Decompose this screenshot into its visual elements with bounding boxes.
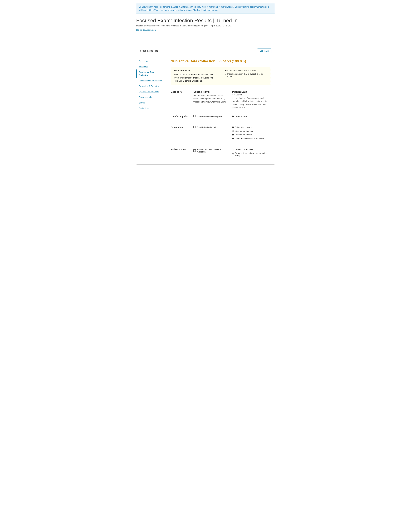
disoriented-place-label: Disoriented to place	[235, 130, 253, 132]
results-header: Your Results Lab Pass	[136, 46, 275, 56]
scored-item-chief: Established chief complaint	[193, 115, 232, 117]
orientation-patient-data: Oriented to person Disoriented to place …	[232, 126, 271, 140]
info-box-right: Indicates an item that you found. Indica…	[225, 69, 268, 83]
results-container: Your Results Lab Pass Overview Transcrip…	[136, 46, 275, 165]
oriented-person-dot	[232, 126, 234, 128]
category-chief-complaint-row: Chief Complaint Established chief compla…	[171, 114, 271, 119]
denies-thirst-label: Denies current thirst	[235, 148, 253, 151]
disoriented-place-dot	[232, 130, 234, 132]
checkbox-orientation	[193, 126, 196, 128]
patient-data-oriented-situation: Oriented somewhat to situation	[232, 137, 271, 140]
disoriented-time-dot	[232, 134, 234, 136]
patient-data-denies-thirst: Denies current thirst	[232, 148, 271, 151]
scored-item-fluid-label: Asked about fluid intake and hydration	[197, 148, 232, 153]
hover-title: Hover To Reveal...	[174, 69, 217, 72]
table-header-row: Category Scored Items Experts selected t…	[171, 89, 271, 110]
reports-pain-dot	[232, 115, 234, 117]
maintenance-banner: Shadow Health will be performing planned…	[136, 3, 275, 14]
category-patient-status: Patient Status Asked about fluid intake …	[171, 144, 271, 161]
found-dot	[225, 70, 226, 71]
patient-status-label: Patient Status	[171, 148, 193, 151]
results-body: Overview Transcript Subjective Data Coll…	[136, 56, 275, 164]
no-eating-label: Reports does not remember eating today	[235, 152, 271, 157]
info-box: Hover To Reveal... Hover over the Patien…	[171, 66, 271, 85]
scored-item-orientation-label: Established orientation	[197, 126, 218, 128]
page-title: Focused Exam: Infection Results | Turned…	[136, 18, 275, 24]
return-to-assignment-link[interactable]: Return to Assignment	[136, 29, 156, 31]
indicator-found-label: Indicates an item that you found.	[227, 69, 258, 72]
oriented-situation-dot	[232, 138, 234, 139]
category-chief-complaint: Chief Complaint Established chief compla…	[171, 111, 271, 122]
col-category-header: Category	[171, 90, 193, 109]
chief-complaint-patient-data: Reports pain	[232, 115, 271, 118]
sidebar-item-overview[interactable]: Overview	[136, 58, 167, 64]
patient-data-oriented-person: Oriented to person	[232, 126, 271, 128]
sidebar-item-qsen[interactable]: QSEN Competencies	[136, 89, 167, 95]
scored-item-fluid: Asked about fluid intake and hydration	[193, 148, 232, 153]
page-subtitle: Medical Surgical Nursing: Promoting Well…	[136, 25, 275, 27]
available-dot	[225, 74, 226, 76]
chief-complaint-label: Chief Complaint	[171, 115, 193, 118]
chief-complaint-scored: Established chief complaint	[193, 115, 232, 118]
oriented-person-label: Oriented to person	[235, 126, 252, 128]
sidebar-item-transcript[interactable]: Transcript	[136, 64, 167, 69]
hover-body: Hover over the Patient Data items below …	[174, 73, 217, 83]
checkbox-fluid	[193, 150, 196, 152]
patient-data-no-eating: Reports does not remember eating today	[232, 152, 271, 157]
checkbox-chief	[193, 115, 196, 117]
col-patient-header: Patient Data Not Scored A combination of…	[232, 90, 271, 109]
sidebar: Overview Transcript Subjective Data Coll…	[136, 56, 167, 164]
patient-data-reports-pain: Reports pain	[232, 115, 271, 117]
denies-thirst-dot	[232, 149, 234, 150]
page-divider	[136, 41, 275, 41]
sidebar-item-documentation[interactable]: Documentation	[136, 95, 167, 100]
oriented-situation-label: Oriented somewhat to situation	[235, 137, 264, 140]
category-orientation-row: Orientation Established orientation Orie…	[171, 125, 271, 142]
sidebar-item-education[interactable]: Education & Empathy	[136, 84, 167, 89]
banner-text: Shadow Health will be performing planned…	[139, 6, 269, 11]
patient-data-disoriented-time: Disoriented to time	[232, 133, 271, 136]
indicator-available-row: Indicates an item that is available to b…	[225, 73, 268, 77]
orientation-label: Orientation	[171, 126, 193, 129]
patient-desc: A combination of open and closed questio…	[232, 96, 271, 109]
sidebar-item-sbar[interactable]: SBAR	[136, 100, 167, 105]
section-heading: Subjective Data Collection: 53 of 53 (10…	[171, 59, 271, 63]
indicator-available-label: Indicates an item that is available to b…	[227, 73, 268, 77]
scored-desc: Experts selected these topics as essenti…	[193, 94, 232, 104]
category-patient-status-row: Patient Status Asked about fluid intake …	[171, 147, 271, 159]
info-box-divider	[221, 69, 221, 83]
patient-status-scored: Asked about fluid intake and hydration	[193, 148, 232, 154]
col-scored-header: Scored Items Experts selected these topi…	[193, 90, 232, 109]
lab-pass-button[interactable]: Lab Pass	[257, 48, 271, 53]
patient-data-disoriented-place: Disoriented to place	[232, 130, 271, 132]
sidebar-item-subjective[interactable]: Subjective Data Collection	[136, 69, 167, 78]
scored-item-orientation: Established orientation	[193, 126, 232, 128]
main-content: Subjective Data Collection: 53 of 53 (10…	[167, 56, 275, 164]
reports-pain-label: Reports pain	[235, 115, 247, 117]
category-orientation: Orientation Established orientation Orie…	[171, 122, 271, 144]
orientation-scored: Established orientation	[193, 126, 232, 129]
not-scored-label: Not Scored	[232, 94, 271, 96]
patient-status-patient-data: Denies current thirst Reports does not r…	[232, 148, 271, 157]
scored-item-chief-label: Established chief complaint	[197, 115, 223, 117]
sidebar-item-reflections[interactable]: Reflections	[136, 105, 167, 111]
info-box-left: Hover To Reveal... Hover over the Patien…	[174, 69, 217, 83]
disoriented-time-label: Disoriented to time	[235, 133, 252, 136]
results-title: Your Results	[140, 49, 158, 53]
sidebar-item-objective[interactable]: Objective Data Collection	[136, 78, 167, 84]
no-eating-dot	[232, 153, 234, 155]
indicator-found-row: Indicates an item that you found.	[225, 69, 268, 72]
